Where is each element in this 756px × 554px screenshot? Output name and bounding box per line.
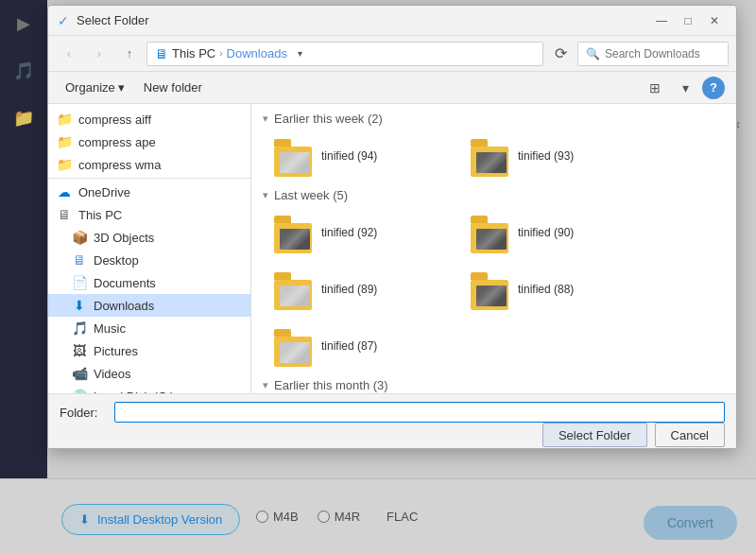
- close-icon: ✕: [710, 14, 719, 27]
- up-button[interactable]: ↑: [116, 41, 143, 67]
- minimize-icon: —: [656, 14, 667, 27]
- sidebar-item-compress-wma[interactable]: 📁 compress wma: [48, 153, 250, 176]
- new-folder-label: New folder: [144, 80, 202, 95]
- file-thumb-87: [272, 325, 314, 367]
- help-icon: ?: [710, 80, 717, 95]
- right-panel: ▾ Earlier this week (2) t: [251, 104, 736, 393]
- group-label-last-week: Last week (5): [274, 188, 348, 202]
- cancel-button[interactable]: Cancel: [655, 423, 725, 447]
- file-group-earlier-this-week: ▾ Earlier this week (2) t: [263, 112, 725, 181]
- select-folder-dialog: ✓ Select Folder — □ ✕ ‹ › ↑ 🖥 This PC: [47, 5, 737, 449]
- folder-icon: 📁: [56, 157, 73, 172]
- file-thumb-89: [272, 268, 314, 310]
- folder-tab: [274, 329, 291, 337]
- group-header-earlier-this-week: ▾ Earlier this week (2): [263, 112, 725, 126]
- downloads-icon: ⬇: [71, 298, 88, 313]
- file-item-tinified-88[interactable]: tinified (88): [463, 265, 652, 314]
- file-group-last-week: ▾ Last week (5) tinified: [263, 188, 725, 371]
- preview-image: [280, 342, 310, 363]
- refresh-icon: ⟳: [555, 44, 567, 62]
- folder-tab: [471, 272, 488, 280]
- cancel-label: Cancel: [671, 428, 709, 442]
- help-button[interactable]: ?: [702, 77, 725, 99]
- titlebar-controls: — □ ✕: [649, 10, 727, 31]
- sidebar-item-label-compress-aiff: compress aiff: [78, 113, 151, 127]
- file-item-tinified-93[interactable]: tinified (93): [463, 131, 652, 181]
- folder-body: [274, 337, 312, 367]
- sidebar-item-music[interactable]: 🎵 Music: [48, 317, 250, 339]
- file-label-90: tinified (90): [518, 226, 574, 239]
- view-dropdown-icon: ▾: [682, 80, 689, 95]
- organize-chevron-icon: ▾: [118, 80, 125, 95]
- dialog-bottom: Folder: Select Folder Cancel: [48, 393, 736, 448]
- breadcrumb-bar: 🖥 This PC › Downloads ▾: [146, 42, 543, 66]
- file-thumb-93: [469, 135, 510, 177]
- refresh-button[interactable]: ⟳: [547, 41, 574, 67]
- dialog-title-text: Select Folder: [77, 13, 642, 27]
- sidebar-item-downloads[interactable]: ⬇ Downloads: [48, 294, 250, 317]
- organize-button[interactable]: Organize ▾: [60, 76, 130, 100]
- search-input[interactable]: [605, 47, 747, 61]
- group-label-earlier-this-month: Earlier this month (3): [274, 378, 388, 392]
- folder-body: [274, 280, 312, 310]
- minimize-button[interactable]: —: [649, 10, 674, 31]
- folder-preview: [476, 152, 507, 173]
- file-item-tinified-92[interactable]: tinified (92): [266, 208, 455, 257]
- breadcrumb-dropdown-button[interactable]: ▾: [291, 43, 310, 65]
- sidebar-item-pictures[interactable]: 🖼 Pictures: [48, 339, 250, 362]
- sidebar-item-documents[interactable]: 📄 Documents: [48, 271, 250, 294]
- file-item-tinified-94[interactable]: tinified (94): [266, 131, 455, 181]
- sidebar-item-this-pc[interactable]: 🖥 This PC: [48, 203, 250, 226]
- group-chevron-icon: ▾: [263, 379, 268, 391]
- 3d-objects-icon: 📦: [71, 230, 88, 245]
- sidebar-item-desktop[interactable]: 🖥 Desktop: [48, 249, 250, 271]
- folder-input[interactable]: [114, 402, 725, 423]
- file-item-tinified-90[interactable]: tinified (90): [463, 208, 652, 257]
- group-header-earlier-this-month: ▾ Earlier this month (3): [263, 378, 725, 392]
- file-item-tinified-87[interactable]: tinified (87): [266, 321, 455, 371]
- preview-image: [476, 152, 507, 173]
- file-item-tinified-89[interactable]: tinified (89): [266, 265, 455, 314]
- sidebar-item-label-videos: Videos: [94, 367, 131, 381]
- view-button[interactable]: ⊞: [642, 76, 668, 100]
- folder-icon: 📁: [56, 112, 73, 127]
- sidebar-item-3d-objects[interactable]: 📦 3D Objects: [48, 226, 250, 249]
- view-dropdown-button[interactable]: ▾: [672, 76, 698, 100]
- computer-icon: 🖥: [56, 207, 73, 222]
- preview-image: [476, 286, 507, 306]
- onedrive-icon: ☁: [56, 184, 73, 199]
- breadcrumb-downloads: Downloads: [227, 46, 287, 61]
- file-label-94: tinified (94): [321, 149, 377, 163]
- sidebar-item-compress-aiff[interactable]: 📁 compress aiff: [48, 108, 250, 130]
- sidebar-divider-1: [48, 178, 250, 179]
- folder-body: [274, 223, 312, 253]
- sidebar-item-compress-ape[interactable]: 📁 compress ape: [48, 130, 250, 153]
- close-button[interactable]: ✕: [702, 10, 727, 31]
- back-icon: ‹: [67, 46, 71, 61]
- desktop-icon: 🖥: [71, 252, 88, 268]
- select-folder-button[interactable]: Select Folder: [542, 423, 647, 447]
- organize-toolbar: Organize ▾ New folder ⊞ ▾ ?: [48, 72, 736, 104]
- view-icon: ⊞: [649, 80, 661, 95]
- back-button[interactable]: ‹: [56, 41, 82, 67]
- organize-label: Organize: [65, 80, 115, 95]
- folder-tab: [471, 216, 488, 223]
- sidebar-item-label-3d: 3D Objects: [94, 231, 154, 245]
- file-thumb-88: [469, 268, 510, 310]
- pictures-icon: 🖼: [71, 343, 88, 358]
- maximize-button[interactable]: □: [676, 10, 700, 31]
- sidebar-item-onedrive[interactable]: ☁ OneDrive: [48, 181, 250, 203]
- folder-tab: [274, 139, 291, 147]
- preview-image: [280, 286, 310, 306]
- folder-preview: [476, 229, 507, 250]
- sidebar-item-local-disk[interactable]: 💿 Local Disk (C:): [48, 385, 250, 393]
- new-folder-button[interactable]: New folder: [138, 76, 208, 100]
- folder-label: Folder:: [60, 406, 107, 420]
- folder-body: [471, 280, 508, 310]
- dialog-buttons: Select Folder Cancel: [60, 423, 725, 447]
- files-grid-last-week: tinified (92) tinified (90): [263, 208, 725, 371]
- sidebar-item-videos[interactable]: 📹 Videos: [48, 362, 250, 385]
- folder-preview: [280, 342, 310, 363]
- select-folder-label: Select Folder: [558, 428, 631, 442]
- forward-button[interactable]: ›: [86, 41, 112, 67]
